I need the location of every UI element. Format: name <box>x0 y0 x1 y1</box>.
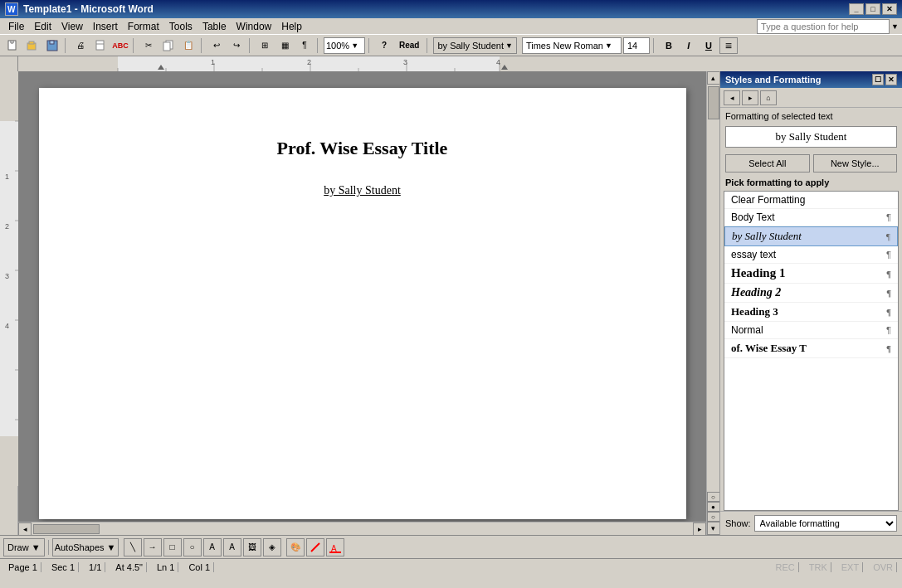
vscroll-up-btn[interactable]: ▴ <box>707 71 720 85</box>
menu-tools[interactable]: Tools <box>164 19 197 34</box>
para-btn[interactable]: ¶ <box>295 37 314 54</box>
page-status: Page 1 <box>5 562 41 572</box>
help-search-btn[interactable]: ▼ <box>891 22 899 31</box>
wordart-btn[interactable]: A <box>223 538 241 556</box>
style-clear[interactable]: Clear Formatting <box>724 192 898 209</box>
user-dropdown[interactable]: by Sally Student▼ <box>433 37 516 54</box>
select-all-btn[interactable]: Select All <box>725 154 810 173</box>
panel-toolbar: ◂ ▸ ⌂ <box>720 88 902 108</box>
table-btn[interactable]: ⊞ <box>256 37 274 54</box>
zoom-input[interactable]: 100%▼ <box>324 37 365 54</box>
shape-buttons: ╲ → □ ○ A A 🖼 ◈ <box>124 538 281 556</box>
clipart-btn[interactable]: 🖼 <box>243 538 261 556</box>
hscroll-right-btn[interactable]: ▸ <box>693 522 706 536</box>
style-heading3[interactable]: Heading 3 ¶ <box>724 303 898 322</box>
fill-color-btn[interactable]: 🎨 <box>286 538 305 556</box>
textbox-btn[interactable]: A <box>203 538 222 556</box>
style-heading1[interactable]: Heading 1 ¶ <box>724 264 898 284</box>
window-controls: _ □ ✕ <box>849 3 897 15</box>
menu-edit[interactable]: Edit <box>29 19 56 34</box>
style-essay-title[interactable]: of. Wise Essay T ¶ <box>724 339 898 358</box>
svg-text:3: 3 <box>403 58 407 66</box>
highlight-btn[interactable]: ≡ <box>719 37 738 54</box>
select-browse-btn[interactable]: ● <box>707 502 720 512</box>
page-up-btn[interactable]: ○ <box>707 492 720 502</box>
style-essay-text[interactable]: essay text ¶ <box>724 246 898 264</box>
draw-btn[interactable]: Draw ▼ <box>3 538 45 556</box>
line-btn[interactable]: ╲ <box>124 538 142 556</box>
panel-back-btn[interactable]: ◂ <box>724 90 740 105</box>
panel-close-btn[interactable]: ✕ <box>885 74 897 85</box>
menu-format[interactable]: Format <box>123 19 164 34</box>
show-label: Show: <box>725 518 751 528</box>
autoshapes-btn[interactable]: AutoShapes ▼ <box>52 538 119 556</box>
arrow-btn[interactable]: → <box>144 538 162 556</box>
menu-help[interactable]: Help <box>276 19 307 34</box>
hscroll-track[interactable] <box>32 522 693 536</box>
read-btn[interactable]: Read <box>395 37 423 54</box>
print-btn[interactable]: 🖨 <box>71 37 90 54</box>
hscroll-thumb[interactable] <box>33 524 100 534</box>
new-btn[interactable] <box>3 37 22 54</box>
redo-btn[interactable]: ↪ <box>227 37 246 54</box>
styles-list[interactable]: Clear Formatting Body Text ¶ by Sally St… <box>724 191 899 511</box>
menu-insert[interactable]: Insert <box>88 19 123 34</box>
style-normal[interactable]: Normal ¶ <box>724 322 898 339</box>
cols-btn[interactable]: ▦ <box>275 37 294 54</box>
underline-btn[interactable]: U <box>700 37 718 54</box>
diagram-btn[interactable]: ◈ <box>263 538 281 556</box>
menu-window[interactable]: Window <box>232 19 277 34</box>
status-bar: Page 1 Sec 1 1/1 At 4.5" Ln 1 Col 1 REC … <box>0 558 902 575</box>
open-btn[interactable] <box>23 37 41 54</box>
menu-file[interactable]: File <box>3 19 29 34</box>
h3-para: ¶ <box>886 307 891 317</box>
help-btn[interactable]: ? <box>375 37 393 54</box>
sep6 <box>368 38 372 53</box>
copy-btn[interactable] <box>159 37 178 54</box>
maximize-btn[interactable]: □ <box>865 3 880 15</box>
page-down-btn[interactable]: ○ <box>707 512 720 522</box>
font-dropdown[interactable]: Times New Roman▼ <box>522 37 622 54</box>
document-author: by Sally Student <box>105 184 620 197</box>
ext-status: EXT <box>838 562 863 572</box>
svg-text:4: 4 <box>5 322 9 330</box>
style-author[interactable]: by Sally Student ¶ <box>724 226 898 246</box>
panel-forward-btn[interactable]: ▸ <box>742 90 758 105</box>
sep1 <box>65 38 68 53</box>
panel-float-btn[interactable]: ☐ <box>872 74 884 85</box>
spell-btn[interactable]: ABC <box>111 37 129 54</box>
show-select[interactable]: Available formatting <box>754 515 897 532</box>
vscroll-thumb[interactable] <box>708 86 719 119</box>
menu-table[interactable]: Table <box>197 19 232 34</box>
preview-btn[interactable] <box>91 37 110 54</box>
word-icon: W <box>5 2 18 16</box>
at-status: At 4.5" <box>112 562 147 572</box>
save-btn[interactable] <box>43 37 61 54</box>
svg-text:W: W <box>7 5 16 14</box>
rec-status: REC <box>773 562 799 572</box>
bold-btn[interactable]: B <box>660 37 678 54</box>
vscroll-down-btn[interactable]: ▾ <box>707 522 720 535</box>
rect-btn[interactable]: □ <box>163 538 182 556</box>
panel-home-btn[interactable]: ⌂ <box>760 90 777 105</box>
style-heading2[interactable]: Heading 2 ¶ <box>724 284 898 303</box>
help-search-input[interactable] <box>757 19 890 34</box>
close-btn[interactable]: ✕ <box>882 3 897 15</box>
menu-view[interactable]: View <box>56 19 88 34</box>
document-title: Prof. Wise Essay Title <box>105 138 620 159</box>
font-size-dropdown[interactable]: 14 <box>623 37 650 54</box>
line-color-btn[interactable] <box>306 538 324 556</box>
paste-btn[interactable]: 📋 <box>179 37 197 54</box>
panel-title-controls: ☐ ✕ <box>872 74 897 85</box>
style-body-text[interactable]: Body Text ¶ <box>724 209 898 226</box>
vscroll-track[interactable] <box>707 85 719 492</box>
italic-btn[interactable]: I <box>680 37 698 54</box>
cut-btn[interactable]: ✂ <box>139 37 158 54</box>
new-style-btn[interactable]: New Style... <box>813 154 898 173</box>
minimize-btn[interactable]: _ <box>849 3 864 15</box>
font-color-btn[interactable]: A <box>326 538 344 556</box>
hscroll-left-btn[interactable]: ◂ <box>18 522 32 536</box>
undo-btn[interactable]: ↩ <box>207 37 226 54</box>
ruler-panel-right <box>719 56 902 71</box>
oval-btn[interactable]: ○ <box>183 538 202 556</box>
